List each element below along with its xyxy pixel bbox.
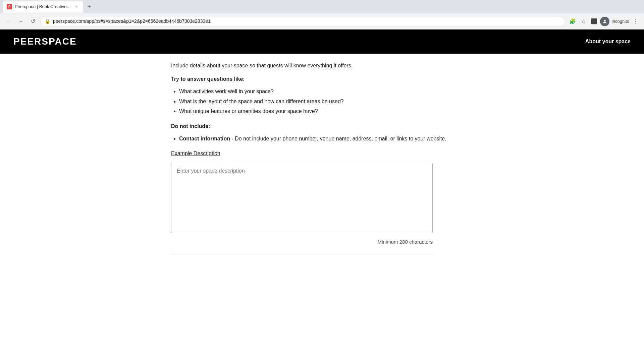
extensions-button[interactable]: 🧩 (568, 17, 577, 26)
active-tab[interactable]: P Peerspace | Book Creative Space × (3, 1, 83, 13)
example-description-link[interactable]: Example Description (171, 149, 220, 158)
intro-text: Include details about your space so that… (171, 54, 473, 75)
site-logo: PEERSPACE (13, 35, 77, 49)
url-text: peerspace.com/app/ps#s=spaces&p1=2&p2=65… (53, 18, 561, 25)
incognito-area[interactable]: Incognito (600, 17, 629, 26)
reload-button[interactable]: ↺ (28, 17, 38, 26)
svg-point-0 (604, 19, 606, 21)
contact-info-bold: Contact information - (179, 136, 233, 141)
header-nav: About your space (585, 38, 631, 46)
list-item: What unique features or amenities does y… (179, 107, 473, 116)
description-textarea-wrapper (171, 163, 433, 236)
about-your-space-link[interactable]: About your space (585, 38, 631, 46)
page-wrapper: PEERSPACE About your space Include detai… (0, 29, 644, 362)
address-bar[interactable]: 🔒 peerspace.com/app/ps#s=spaces&p1=2&p2=… (40, 16, 565, 27)
tab-title: Peerspace | Book Creative Space (15, 3, 71, 10)
toolbar-actions: 🧩 ☆ ⬛ Incognito ⋮ (568, 17, 640, 26)
try-heading: Try to answer questions like: (171, 75, 473, 83)
incognito-label: Incognito (611, 18, 629, 25)
lock-icon: 🔒 (45, 18, 50, 25)
char-hint: Minimum 280 characters (171, 238, 433, 246)
tab-favicon: P (7, 4, 12, 9)
contact-info-text: Do not include your phone number, venue … (233, 136, 446, 141)
back-button[interactable]: ← (4, 17, 13, 26)
tab-bar: P Peerspace | Book Creative Space × + (0, 0, 644, 13)
main-content: Include details about your space so that… (158, 54, 486, 254)
forward-button[interactable]: → (16, 17, 25, 26)
bookmark-button[interactable]: ☆ (579, 17, 588, 26)
contact-info-item: Contact information - Do not include you… (179, 134, 473, 143)
list-item: What activities work well in your space? (179, 87, 473, 96)
browser-toolbar: ← → ↺ 🔒 peerspace.com/app/ps#s=spaces&p1… (0, 13, 644, 29)
suggestions-list: What activities work well in your space?… (171, 87, 473, 116)
list-item: What is the layout of the space and how … (179, 97, 473, 106)
do-not-include-heading: Do not include: (171, 122, 473, 130)
site-header: PEERSPACE About your space (0, 29, 644, 54)
cast-button[interactable]: ⬛ (589, 17, 599, 26)
description-textarea[interactable] (171, 163, 433, 233)
tab-close-button[interactable]: × (74, 4, 79, 9)
browser-chrome: P Peerspace | Book Creative Space × + ← … (0, 0, 644, 29)
menu-button[interactable]: ⋮ (631, 17, 640, 26)
new-tab-button[interactable]: + (85, 2, 94, 11)
incognito-icon (600, 17, 609, 26)
section-divider (171, 254, 433, 254)
restrictions-list: Contact information - Do not include you… (171, 134, 473, 143)
